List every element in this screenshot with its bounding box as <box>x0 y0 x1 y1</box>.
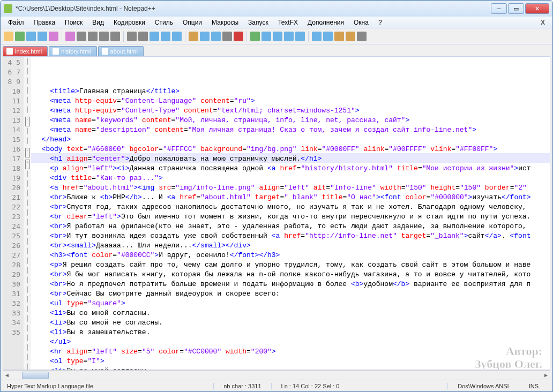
app-icon <box>4 4 12 13</box>
toolbar-icon[interactable] <box>357 32 367 41</box>
menu-plugins[interactable]: Дополнения <box>303 18 348 27</box>
status-lang: Hyper Text Markup Language file <box>5 383 95 389</box>
statusbar: Hyper Text Markup Language file nb char … <box>1 380 552 391</box>
file-icon <box>6 48 13 55</box>
tab[interactable]: history.html <box>49 46 96 56</box>
toolbar-icon[interactable] <box>250 32 260 41</box>
horizontal-scrollbar[interactable]: ◄ ► <box>3 370 550 380</box>
menu-view[interactable]: Вид <box>88 18 108 27</box>
app-window: *C:\Users\1\Desktop\Site\index.html - No… <box>0 0 553 392</box>
toolbar-icon[interactable] <box>346 32 355 41</box>
file-icon <box>102 48 108 55</box>
menu-style[interactable]: Стиль <box>151 18 177 27</box>
menubar-close-icon[interactable]: X <box>536 18 549 27</box>
toolbar-icon[interactable] <box>138 32 148 41</box>
toolbar-icon[interactable] <box>77 32 86 41</box>
tab-label: history.html <box>61 48 91 55</box>
tab-bar: index.htmlhistory.htmlabout.html <box>1 44 552 56</box>
menu-help[interactable]: ? <box>374 18 386 27</box>
menu-run[interactable]: Запуск <box>244 18 273 27</box>
tab-label: about.html <box>110 48 138 55</box>
toolbar-icon[interactable] <box>323 32 333 41</box>
toolbar-icon[interactable] <box>222 32 232 41</box>
status-position: Ln : 14 Col : 22 Sel : 0 <box>271 383 349 389</box>
tab[interactable]: about.html <box>98 46 144 56</box>
toolbar-icon[interactable] <box>234 32 243 41</box>
toolbar-icon[interactable] <box>150 32 159 41</box>
editor[interactable]: 4 5 6 7 8 9 10 11 12 13 14 15 16 17 18 1… <box>3 56 550 370</box>
toolbar-icon[interactable] <box>26 32 36 41</box>
scroll-left-icon[interactable]: ◄ <box>3 371 11 380</box>
menubar: Файл Правка Поиск Вид Кодировки Стиль Оп… <box>1 17 552 28</box>
toolbar-icon[interactable] <box>49 32 58 41</box>
titlebar[interactable]: *C:\Users\1\Desktop\Site\index.html - No… <box>1 1 552 17</box>
file-icon <box>53 48 59 55</box>
toolbar-icon[interactable] <box>65 32 75 41</box>
scroll-thumb[interactable] <box>22 372 49 379</box>
toolbar-icon[interactable] <box>295 32 305 41</box>
toolbar-icon[interactable] <box>273 32 282 41</box>
toolbar-icon[interactable] <box>38 32 47 41</box>
menu-search[interactable]: Поиск <box>61 18 87 27</box>
toolbar-icon[interactable] <box>284 32 294 41</box>
close-button[interactable]: ✕ <box>525 3 549 14</box>
toolbar-icon[interactable] <box>15 32 25 41</box>
line-number-gutter: 4 5 6 7 8 9 10 11 12 13 14 15 16 17 18 1… <box>3 57 24 370</box>
status-mode: INS <box>519 383 548 389</box>
toolbar-icon[interactable] <box>200 32 210 41</box>
toolbar-icon[interactable] <box>4 32 13 41</box>
menu-encoding[interactable]: Кодировки <box>109 18 150 27</box>
minimize-button[interactable]: ─ <box>491 3 507 14</box>
toolbar <box>1 28 552 44</box>
toolbar-icon[interactable] <box>88 32 98 41</box>
toolbar-icon[interactable] <box>110 32 120 41</box>
window-title: *C:\Users\1\Desktop\Site\index.html - No… <box>16 5 491 12</box>
toolbar-icon[interactable] <box>312 32 322 41</box>
menu-options[interactable]: Опции <box>178 18 206 27</box>
menu-file[interactable]: Файл <box>4 18 28 27</box>
tab[interactable]: index.html <box>3 46 48 56</box>
status-chars: nb char : 3311 <box>213 383 271 389</box>
toolbar-icon[interactable] <box>261 32 271 41</box>
toolbar-icon[interactable] <box>189 32 198 41</box>
toolbar-icon[interactable] <box>334 32 344 41</box>
toolbar-icon[interactable] <box>161 32 170 41</box>
toolbar-icon[interactable] <box>211 32 221 41</box>
toolbar-icon[interactable] <box>99 32 109 41</box>
toolbar-icon[interactable] <box>172 32 182 41</box>
menu-textfx[interactable]: TextFX <box>274 18 302 27</box>
tab-label: index.html <box>15 48 42 55</box>
menu-edit[interactable]: Правка <box>29 18 60 27</box>
fold-column[interactable]: ││││││-││-+│││││││││││││││││││││ <box>24 57 31 370</box>
scroll-right-icon[interactable]: ► <box>542 371 550 380</box>
toolbar-icon[interactable] <box>127 32 137 41</box>
code-area[interactable]: <title>Главная страница</title> <meta ht… <box>31 57 550 370</box>
status-encoding: Dos\Windows ANSI <box>447 383 518 389</box>
menu-windows[interactable]: Окна <box>349 18 373 27</box>
menu-macros[interactable]: Макросы <box>207 18 243 27</box>
maximize-button[interactable]: ▭ <box>508 3 524 14</box>
